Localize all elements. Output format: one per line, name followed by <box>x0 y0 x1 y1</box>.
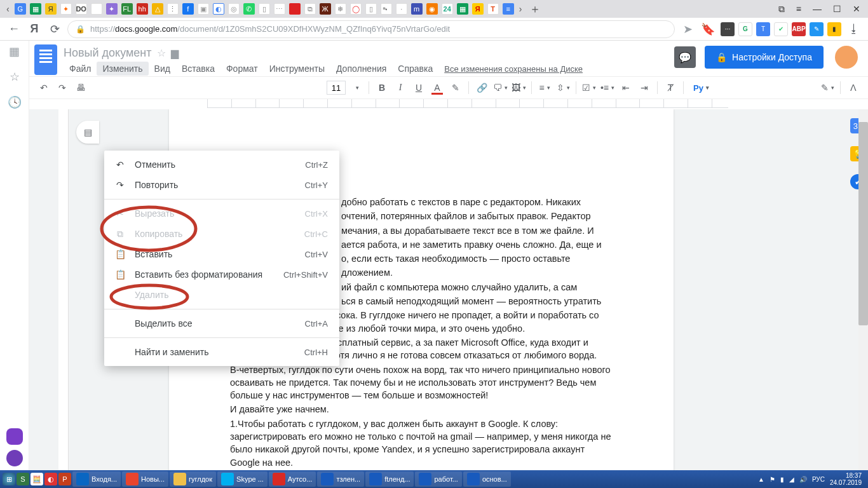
tab-icon[interactable]: DO <box>76 3 87 15</box>
menu-format[interactable]: Формат <box>220 62 264 76</box>
underline-button[interactable]: U <box>410 79 427 96</box>
tab-icon[interactable]: G <box>15 3 26 15</box>
extension-icon[interactable]: ▮ <box>827 22 841 36</box>
taskbar-window[interactable]: Skype ... <box>217 471 268 487</box>
indent-decrease-button[interactable]: ⇤ <box>618 79 634 96</box>
yandex-home-button[interactable]: Я <box>27 22 42 36</box>
extension-icon[interactable]: ··· <box>721 22 735 36</box>
vertical-scrollbar[interactable] <box>858 109 868 470</box>
clear-formatting-button[interactable]: Ⱦ <box>662 79 679 96</box>
tab-icon[interactable]: ✦ <box>106 3 118 15</box>
editing-mode-button[interactable]: ✎ <box>819 79 836 96</box>
menu-view[interactable]: Вид <box>149 62 176 76</box>
italic-button[interactable]: I <box>392 79 409 96</box>
tab-icon[interactable]: ▦ <box>30 3 41 15</box>
indent-increase-button[interactable]: ⇥ <box>636 79 653 96</box>
document-title[interactable]: Новый документ <box>64 46 152 60</box>
menu-item-paste[interactable]: 📋ВставитьCtrl+V <box>104 244 339 264</box>
downloads-icon[interactable]: ⭳ <box>846 22 862 36</box>
panel-history-icon[interactable]: 🕓 <box>8 95 22 109</box>
tab-icon[interactable]: ❄ <box>335 3 346 15</box>
tab-icon[interactable]: T <box>487 3 499 15</box>
checklist-button[interactable]: ☑ <box>581 79 597 96</box>
menu-item-copy[interactable]: ⧉КопироватьCtrl+C <box>104 224 339 244</box>
menu-file[interactable]: Файл <box>64 62 97 76</box>
outline-toggle-button[interactable]: ▤ <box>76 121 99 144</box>
tab-icon[interactable]: 24 <box>442 3 453 15</box>
print-button[interactable]: 🖶 <box>72 79 89 96</box>
align-button[interactable]: ≡ <box>536 79 553 96</box>
tab-icon[interactable]: ◉ <box>426 3 438 15</box>
vertical-ruler[interactable] <box>58 109 69 470</box>
tab-icon[interactable] <box>289 3 301 15</box>
tab-icon[interactable]: f <box>182 3 194 15</box>
taskbar-app-icon[interactable]: S <box>17 473 29 485</box>
tab-icon[interactable]: ▯ <box>259 3 270 15</box>
move-folder-icon[interactable]: ▆ <box>171 47 179 59</box>
taskbar-window[interactable]: Новы... <box>122 471 168 487</box>
horizontal-ruler[interactable] <box>67 99 868 109</box>
alice-icon[interactable] <box>6 428 23 445</box>
text-color-button[interactable]: A <box>429 79 445 96</box>
menu-help[interactable]: Справка <box>392 62 438 76</box>
tab-icon[interactable]: ⋮ <box>167 3 179 15</box>
extension-icon[interactable]: G <box>738 22 752 36</box>
bold-button[interactable]: B <box>374 79 390 96</box>
save-status[interactable]: Все изменения сохранены на Диске <box>438 62 588 76</box>
tab-icon[interactable]: ≡ <box>503 3 514 15</box>
tab-icon[interactable]: ◐ <box>213 3 224 15</box>
close-icon[interactable]: ✕ <box>853 4 860 15</box>
reload-button[interactable]: ⟳ <box>47 22 62 36</box>
menu-item-cut[interactable]: ✂ВырезатьCtrl+X <box>104 203 339 224</box>
tab-icon[interactable]: ✦ <box>60 3 72 15</box>
line-spacing-button[interactable]: ⇳ <box>555 79 571 96</box>
taskbar-app-icon[interactable]: P <box>58 473 71 485</box>
tab-icon[interactable]: ▣ <box>198 3 209 15</box>
menu-item-find-replace[interactable]: Найти и заменитьCtrl+H <box>104 342 339 362</box>
menu-item-select-all[interactable]: Выделить всеCtrl+A <box>104 313 339 334</box>
send-icon[interactable]: ➤ <box>680 22 695 36</box>
taskbar-window[interactable]: работ... <box>415 471 461 487</box>
tray-language[interactable]: РУС <box>812 476 825 483</box>
maximize-icon[interactable]: ☐ <box>833 4 841 15</box>
taskbar-window[interactable]: тзлен... <box>317 471 364 487</box>
sidebar-toggle-icon[interactable]: ⧉ <box>778 4 785 15</box>
back-button[interactable]: ← <box>6 22 22 36</box>
extension-icon[interactable]: ABP <box>792 22 806 36</box>
tray-network-icon[interactable]: ◢ <box>789 476 794 483</box>
tab-icon[interactable]: · <box>396 3 407 15</box>
menu-insert[interactable]: Вставка <box>176 62 220 76</box>
bookmark-icon[interactable]: 🔖 <box>700 22 715 36</box>
tray-clock[interactable]: 18:37 24.07.2019 <box>830 472 862 486</box>
comments-button[interactable]: 💬 <box>674 46 696 68</box>
menu-tools[interactable]: Инструменты <box>264 62 330 76</box>
taskbar-app-icon[interactable]: ◐ <box>44 473 57 485</box>
tab-icon[interactable]: Я <box>472 3 484 15</box>
insert-image-button[interactable]: 🖼 <box>510 79 527 96</box>
tab-icon[interactable]: ⧉ <box>304 3 316 15</box>
start-button[interactable]: ⊞ <box>3 473 15 485</box>
tab-icon[interactable]: hh <box>137 3 148 15</box>
bullet-list-button[interactable]: •≡ <box>599 79 616 96</box>
docs-logo-icon[interactable] <box>34 44 57 75</box>
tab-icon[interactable]: Я <box>45 3 57 15</box>
taskbar-window[interactable]: гуглдок <box>170 471 216 487</box>
scrollbar-thumb[interactable] <box>858 122 868 325</box>
tab-icon[interactable]: ◎ <box>228 3 240 15</box>
tabstrip-right-icon[interactable]: › <box>518 4 524 14</box>
font-size-input[interactable] <box>327 81 346 95</box>
menu-item-undo[interactable]: ↶ОтменитьCtrl+Z <box>104 154 339 175</box>
share-button[interactable]: 🔒Настройки Доступа <box>705 46 824 69</box>
extension-icon[interactable]: T <box>756 22 770 36</box>
tab-icon[interactable]: ✆ <box>243 3 255 15</box>
tabstrip-left-icon[interactable]: ‹ <box>5 4 11 14</box>
insert-link-button[interactable]: 🔗 <box>473 79 490 96</box>
new-tab-button[interactable]: ＋ <box>527 1 543 17</box>
menu-item-delete[interactable]: Удалить <box>104 285 339 305</box>
panel-star-icon[interactable]: ☆ <box>10 70 20 84</box>
input-mode-button[interactable]: Ру <box>688 79 714 96</box>
tab-icon[interactable]: △ <box>152 3 163 15</box>
alice-voice-icon[interactable] <box>6 450 23 466</box>
tray-volume-icon[interactable]: 🔊 <box>799 476 807 483</box>
hide-menus-button[interactable]: ᐱ <box>845 79 862 96</box>
